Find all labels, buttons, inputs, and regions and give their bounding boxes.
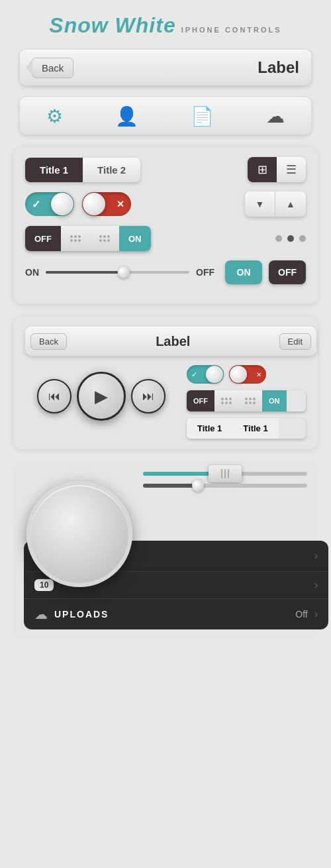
nav2-back-button[interactable]: Back xyxy=(30,333,67,350)
magnify-dial[interactable] xyxy=(26,481,132,587)
player-controls: ⏮ ▶ ⏭ xyxy=(35,372,167,421)
row-segmented-view: Title 1 Title 2 ⊞ ☰ xyxy=(25,157,306,182)
view-mode-buttons: ⊞ ☰ xyxy=(248,157,306,182)
dot-indicator-2 xyxy=(287,235,294,242)
dot-grid-1 xyxy=(70,235,81,242)
toggle-thumb-on xyxy=(51,193,73,215)
dot xyxy=(78,235,81,238)
small-toggle-row: ✓ ✕ xyxy=(187,365,306,384)
dot xyxy=(229,402,232,404)
small-toggle-off[interactable]: ✕ xyxy=(229,365,266,384)
dot xyxy=(245,398,248,400)
title-snow-white: Snow White xyxy=(49,13,175,37)
chevron-right-icon-1: › xyxy=(314,550,318,562)
document-icon[interactable]: 📄 xyxy=(191,105,214,127)
ps2-on-label[interactable]: ON xyxy=(262,390,287,411)
big-slider-thumb-circle[interactable] xyxy=(192,480,204,492)
title-subtitle: IPHONE CONTROLS xyxy=(181,26,282,34)
badge-10: 10 xyxy=(34,579,54,591)
dot xyxy=(103,235,106,238)
dot xyxy=(221,402,224,404)
two-col-layout: ⏮ ▶ ⏭ ✓ ✕ OFF xyxy=(25,365,306,439)
toggle-check-icon: ✓ xyxy=(32,198,40,211)
uploads-text: UPLOADS xyxy=(54,609,295,620)
nav-bar-1: Back Label xyxy=(20,50,311,85)
nav2-label: Label xyxy=(156,334,190,349)
dot xyxy=(99,235,102,238)
square-toggles: ON OFF xyxy=(225,260,306,284)
settings-icon[interactable]: ⚙ xyxy=(46,105,63,127)
seg-title1-button[interactable]: Title 1 xyxy=(187,418,232,439)
section-2: Back Label Edit ⏮ ▶ ⏭ ✓ ✕ xyxy=(13,316,318,449)
toggle-x-icon: ✕ xyxy=(117,199,124,209)
dot xyxy=(229,398,232,400)
list-view-button[interactable]: ☰ xyxy=(277,157,306,182)
player-next-button[interactable]: ⏭ xyxy=(131,379,166,413)
big-slider-track-2[interactable] xyxy=(143,484,307,488)
slider-container: ON OFF xyxy=(25,267,214,278)
slider-fill xyxy=(46,271,118,274)
big-slider-thumb-wide[interactable] xyxy=(209,465,242,482)
small-toggle-on[interactable]: ✓ xyxy=(187,365,224,384)
ps2-dots-1 xyxy=(214,390,238,411)
grip-line xyxy=(221,469,222,478)
small-check-icon: ✓ xyxy=(191,370,197,379)
segment-control-2: Title 1 Title 1 xyxy=(187,418,306,439)
dot xyxy=(249,402,252,404)
dot xyxy=(249,398,252,400)
dot-grid-2 xyxy=(99,235,110,242)
row-slider-sq: ON OFF ON OFF xyxy=(25,260,306,284)
player-play-button[interactable]: ▶ xyxy=(77,372,126,421)
arrow-up-button[interactable]: ▲ xyxy=(275,191,306,217)
nav2-edit-button[interactable]: Edit xyxy=(279,333,311,350)
small-thumb-on xyxy=(206,366,223,383)
dot xyxy=(78,239,81,242)
pill-dots-1 xyxy=(61,226,90,251)
tab-bar: ⚙ 👤 📄 ☁ xyxy=(20,97,311,135)
square-off-button[interactable]: OFF xyxy=(269,260,306,284)
square-on-button[interactable]: ON xyxy=(225,260,262,284)
right-column: ✓ ✕ OFF xyxy=(187,365,306,439)
slider-track[interactable] xyxy=(46,271,189,274)
dark-panel-row-3[interactable]: ☁ UPLOADS Off › xyxy=(24,599,328,629)
uploads-value: Off xyxy=(295,609,307,620)
toggle-on[interactable]: ✓ xyxy=(25,192,74,216)
dot xyxy=(107,235,110,238)
dot xyxy=(70,235,73,238)
dots-indicator xyxy=(275,235,306,242)
dot-grid-ps2 xyxy=(221,398,232,404)
row-toggles-arrows: ✓ ✕ ▼ ▲ xyxy=(25,191,306,217)
pill-on-label[interactable]: ON xyxy=(119,226,151,251)
toggle-off[interactable]: ✕ xyxy=(82,192,131,216)
grip-line xyxy=(228,469,229,478)
cloud-icon[interactable]: ☁ xyxy=(266,105,285,127)
player-prev-button[interactable]: ⏮ xyxy=(37,379,71,413)
small-x-icon: ✕ xyxy=(256,371,261,378)
segment-title1-button[interactable]: Title 1 xyxy=(25,158,83,182)
arrow-down-button[interactable]: ▼ xyxy=(245,191,275,217)
nav-back-button[interactable]: Back xyxy=(32,58,73,78)
nav-label: Label xyxy=(258,58,299,77)
left-column: ⏮ ▶ ⏭ xyxy=(25,365,177,439)
dot xyxy=(74,239,77,242)
seg-title2-button[interactable]: Title 1 xyxy=(232,418,278,439)
controls-section: Title 1 Title 2 ⊞ ☰ ✓ ✕ ▼ ▲ OFF xyxy=(13,146,318,304)
toggle-thumb-off xyxy=(83,193,105,215)
toggle-container: ✓ ✕ xyxy=(25,192,131,216)
grid-view-button[interactable]: ⊞ xyxy=(248,157,277,182)
slider-off-label: OFF xyxy=(196,267,214,278)
segmented-control-1: Title 1 Title 2 xyxy=(25,158,140,182)
big-slider-track-1[interactable] xyxy=(143,472,307,476)
arrow-buttons: ▼ ▲ xyxy=(245,191,306,217)
slider-thumb[interactable] xyxy=(118,266,130,278)
person-icon[interactable]: 👤 xyxy=(115,105,138,127)
dot-grid-ps2-2 xyxy=(245,398,256,404)
ps2-off-label[interactable]: OFF xyxy=(187,390,214,411)
dot xyxy=(70,239,73,242)
segment-title2-button[interactable]: Title 2 xyxy=(83,158,140,182)
upload-cloud-icon: ☁ xyxy=(34,606,48,622)
dot xyxy=(253,398,256,400)
dot xyxy=(245,402,248,404)
dot-indicator-1 xyxy=(275,235,282,242)
pill-off-label[interactable]: OFF xyxy=(25,226,61,251)
